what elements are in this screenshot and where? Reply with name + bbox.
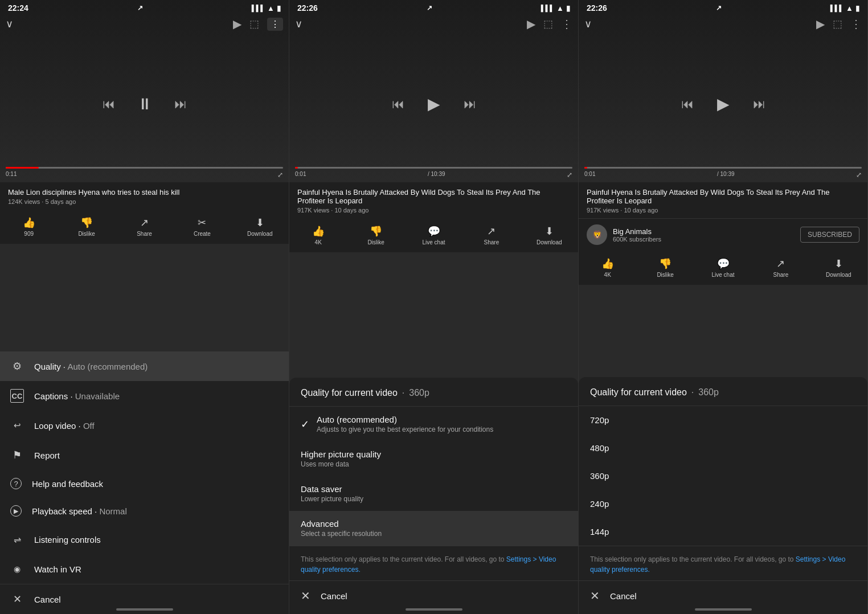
video-title-3: Painful Hyena Is Brutally Attacked By Wi…	[587, 188, 859, 205]
livechat-button-3[interactable]: 💬 Live chat	[694, 255, 752, 280]
more-icon-1[interactable]: ⋮	[267, 18, 283, 31]
create-button-1[interactable]: ✂ Create	[173, 214, 231, 239]
quality-option-advanced-2[interactable]: Advanced Select a specific resolution	[289, 511, 578, 546]
download-button-1[interactable]: ⬇ Download	[231, 214, 289, 239]
cancel-x-icon-1: ✕	[10, 592, 24, 606]
chevron-down-icon-1[interactable]: ∨	[6, 18, 13, 30]
wifi-icon-1: ▲	[267, 4, 275, 13]
menu-item-quality[interactable]: ⚙ Quality · Auto (recommended)	[0, 351, 289, 381]
cancel-x-icon-2: ✕	[301, 589, 310, 603]
quality-option-saver-2[interactable]: Data saver Lower picture quality	[289, 476, 578, 511]
cast-icon-1[interactable]: ⬚	[249, 18, 259, 30]
share-button-2[interactable]: ↗ Share	[462, 223, 520, 248]
play-button-2[interactable]: ▶	[421, 92, 447, 117]
like-button-1[interactable]: 👍 909	[0, 214, 58, 239]
fullscreen-icon-3[interactable]: ⤢	[856, 171, 862, 179]
settings-link-2[interactable]: Settings > Video quality preferences.	[301, 555, 556, 574]
action-bar-1: 👍 909 👎 Dislike ↗ Share ✂ Create ⬇ Downl…	[0, 210, 289, 244]
settings-link-3[interactable]: Settings > Video quality preferences.	[590, 555, 845, 574]
channel-details-3: Big Animals 600K subscribers	[613, 227, 800, 243]
livechat-button-2[interactable]: 💬 Live chat	[405, 223, 462, 248]
menu-item-vr[interactable]: ◉ Watch in VR	[0, 554, 289, 584]
location-icon-1: ↗	[137, 4, 143, 12]
create-icon-1: ✂	[198, 216, 206, 229]
more-icon-2[interactable]: ⋮	[561, 17, 572, 31]
action-bar-3: 👍 4K 👎 Dislike 💬 Live chat ↗ Share ⬇ Dow…	[579, 251, 867, 285]
like-button-3[interactable]: 👍 4K	[579, 255, 636, 280]
wifi-icon-3: ▲	[846, 4, 853, 13]
status-time-1: 22:24	[8, 3, 28, 13]
subscribe-button-3[interactable]: SUBSCRIBED	[800, 227, 859, 243]
progress-bar-3[interactable]	[584, 167, 862, 169]
progress-bar-2[interactable]	[295, 167, 572, 169]
channel-info-3: 🦁 Big Animals 600K subscribers SUBSCRIBE…	[579, 218, 867, 251]
skip-forward-icon-1[interactable]: ⏭	[174, 97, 187, 112]
player-top-bar-1: ∨ ▶ ⬚ ⋮	[0, 15, 289, 33]
home-indicator-1	[116, 608, 173, 611]
quality-option-auto-2[interactable]: ✓ Auto (recommended) Adjusts to give you…	[289, 407, 578, 441]
video-area-1: 22:24 ↗ ▌▌▌ ▲ ▮ ∨ ▶ ⬚ ⋮ ⏮ ⏸ ⏭	[0, 0, 289, 182]
cast-icon-3[interactable]: ⬚	[833, 18, 842, 30]
like-button-2[interactable]: 👍 4K	[289, 223, 347, 248]
chevron-down-icon-3[interactable]: ∨	[584, 18, 592, 30]
menu-item-playback[interactable]: ▶ Playback speed · Normal	[0, 497, 289, 525]
resolution-720p[interactable]: 720p	[579, 406, 867, 434]
menu-item-report[interactable]: ⚑ Report	[0, 440, 289, 470]
share-button-3[interactable]: ↗ Share	[752, 255, 809, 280]
dislike-button-1[interactable]: 👎 Dislike	[58, 214, 115, 239]
thumbs-down-icon-2: 👎	[370, 225, 382, 238]
video-title-2: Painful Hyena Is Brutally Attacked By Wi…	[297, 188, 570, 205]
skip-forward-icon-2[interactable]: ⏭	[464, 97, 476, 112]
time-display-3: 0:01 / 10:39 ⤢	[584, 171, 862, 181]
menu-item-captions[interactable]: CC Captions · Unavailable	[0, 381, 289, 411]
play-toggle-3[interactable]: ▶	[816, 17, 825, 31]
dislike-button-2[interactable]: 👎 Dislike	[347, 223, 404, 248]
progress-fill-2	[295, 167, 298, 169]
share-button-1[interactable]: ↗ Share	[116, 214, 173, 239]
loop-label: Loop video · Off	[34, 421, 279, 431]
status-icons-1: ▌▌▌ ▲ ▮	[252, 4, 281, 13]
resolution-144p[interactable]: 144p	[579, 518, 867, 546]
menu-item-listening[interactable]: ⇌ Listening controls	[0, 525, 289, 554]
skip-back-icon-2[interactable]: ⏮	[392, 97, 404, 112]
cast-icon-2[interactable]: ⬚	[543, 18, 553, 30]
skip-forward-icon-3[interactable]: ⏭	[753, 97, 765, 112]
share-icon-3: ↗	[776, 257, 785, 270]
loop-icon: ↩	[10, 419, 24, 432]
help-icon: ?	[10, 478, 22, 489]
thumbs-down-icon-1: 👎	[80, 216, 93, 229]
panel-1: 22:24 ↗ ▌▌▌ ▲ ▮ ∨ ▶ ⬚ ⋮ ⏮ ⏸ ⏭	[0, 0, 289, 614]
play-toggle-1[interactable]: ▶	[233, 17, 241, 31]
signal-icon-3: ▌▌▌	[830, 5, 844, 11]
live-chat-icon-3: 💬	[717, 257, 730, 270]
fullscreen-icon-1[interactable]: ⤢	[277, 171, 283, 179]
home-indicator-2	[406, 608, 462, 611]
video-meta-1: 124K views · 5 days ago	[8, 198, 281, 205]
fullscreen-icon-2[interactable]: ⤢	[567, 171, 572, 179]
playback-icon: ▶	[10, 505, 22, 517]
download-button-2[interactable]: ⬇ Download	[521, 223, 578, 248]
status-bar-2: 22:26 ↗ ▌▌▌ ▲ ▮	[289, 0, 578, 15]
menu-item-help[interactable]: ? Help and feedback	[0, 470, 289, 497]
flag-icon: ⚑	[10, 448, 24, 462]
dislike-button-3[interactable]: 👎 Dislike	[636, 255, 694, 280]
resolution-240p[interactable]: 240p	[579, 490, 867, 518]
skip-back-icon-3[interactable]: ⏮	[681, 97, 694, 112]
skip-back-icon-1[interactable]: ⏮	[103, 97, 115, 112]
gear-icon: ⚙	[10, 359, 24, 373]
play-toggle-2[interactable]: ▶	[527, 17, 535, 31]
panel-3: 22:26 ↗ ▌▌▌ ▲ ▮ ∨ ▶ ⬚ ⋮ ⏮ ▶ ⏭	[579, 0, 868, 614]
play-button-3[interactable]: ▶	[711, 92, 736, 117]
download-button-3[interactable]: ⬇ Download	[810, 255, 867, 280]
time-elapsed-2: 0:01	[295, 171, 306, 179]
battery-icon-3: ▮	[855, 4, 859, 13]
download-icon-3: ⬇	[834, 257, 843, 270]
resolution-360p[interactable]: 360p	[579, 462, 867, 490]
resolution-480p[interactable]: 480p	[579, 434, 867, 462]
pause-button-1[interactable]: ⏸	[132, 92, 157, 117]
quality-option-higher-2[interactable]: Higher picture quality Uses more data	[289, 441, 578, 476]
progress-bar-1[interactable]	[6, 167, 283, 169]
more-icon-3[interactable]: ⋮	[850, 17, 862, 31]
chevron-down-icon-2[interactable]: ∨	[295, 18, 302, 30]
menu-item-loop[interactable]: ↩ Loop video · Off	[0, 411, 289, 440]
